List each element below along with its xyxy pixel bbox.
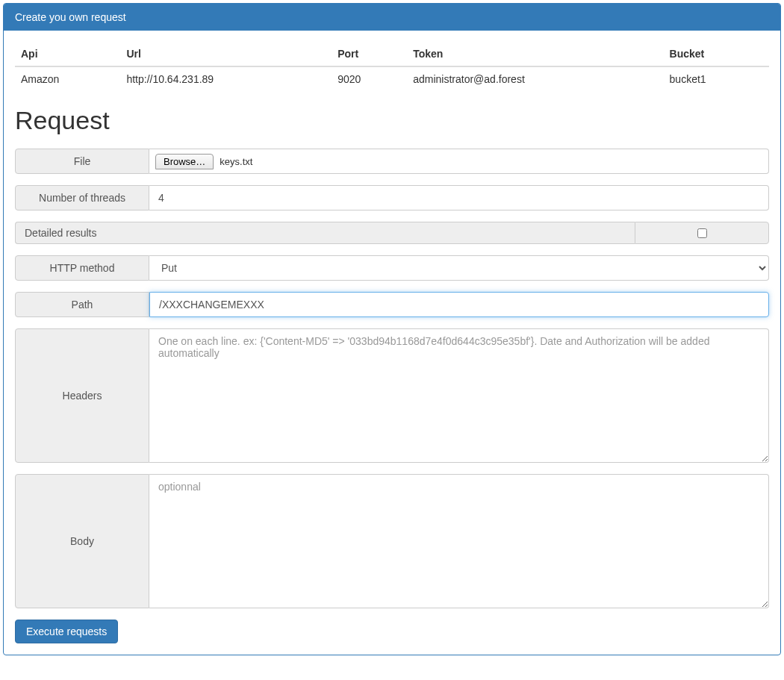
file-name: keys.txt <box>220 156 252 167</box>
th-port: Port <box>332 42 407 66</box>
body-textarea[interactable] <box>149 474 769 608</box>
cell-port: 9020 <box>332 66 407 91</box>
path-label: Path <box>15 292 149 317</box>
threads-label: Number of threads <box>15 185 149 210</box>
detailed-label: Detailed results <box>15 222 635 244</box>
table-row: Amazon http://10.64.231.89 9020 administ… <box>15 66 769 91</box>
headers-label: Headers <box>15 328 149 463</box>
file-input-wrap[interactable]: Browse… keys.txt <box>149 149 769 174</box>
cell-url: http://10.64.231.89 <box>120 66 332 91</box>
method-label: HTTP method <box>15 255 149 281</box>
cell-bucket: bucket1 <box>664 66 769 91</box>
headers-group: Headers <box>15 328 769 463</box>
th-api: Api <box>15 42 120 66</box>
panel-body: Api Url Port Token Bucket Amazon http://… <box>4 31 780 655</box>
body-label: Body <box>15 474 149 608</box>
detailed-checkbox[interactable] <box>697 228 707 238</box>
method-select[interactable]: Put <box>149 255 769 281</box>
body-group: Body <box>15 474 769 608</box>
th-token: Token <box>407 42 663 66</box>
path-input[interactable] <box>149 292 769 317</box>
method-group: HTTP method Put <box>15 255 769 281</box>
cell-token: administrator@ad.forest <box>407 66 663 91</box>
th-url: Url <box>120 42 332 66</box>
threads-group: Number of threads <box>15 185 769 210</box>
file-group: File Browse… keys.txt <box>15 149 769 174</box>
section-title: Request <box>15 106 769 135</box>
execute-button[interactable]: Execute requests <box>15 620 118 643</box>
detailed-check-cell <box>635 222 769 244</box>
threads-input[interactable] <box>149 185 769 210</box>
detailed-group: Detailed results <box>15 222 769 244</box>
th-bucket: Bucket <box>664 42 769 66</box>
file-label: File <box>15 149 149 174</box>
panel-title: Create you own request <box>4 4 780 31</box>
request-panel: Create you own request Api Url Port Toke… <box>3 3 781 655</box>
cell-api: Amazon <box>15 66 120 91</box>
browse-button[interactable]: Browse… <box>155 154 214 169</box>
path-group: Path <box>15 292 769 317</box>
headers-textarea[interactable] <box>149 328 769 463</box>
connection-info-table: Api Url Port Token Bucket Amazon http://… <box>15 42 769 91</box>
